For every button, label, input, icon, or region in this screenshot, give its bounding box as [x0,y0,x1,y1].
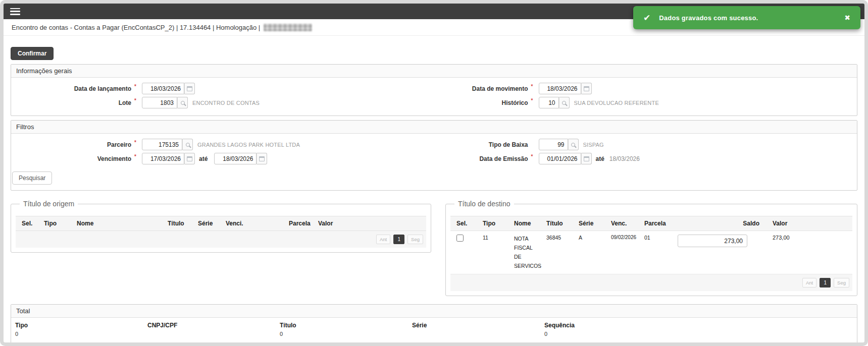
vencimento-from-input[interactable] [142,153,184,164]
total-sequencia-value: 0 [544,331,853,337]
vencimento-to-group [214,153,267,164]
success-toast: ✔ Dados gravados com sucesso. ✖ [633,6,860,29]
vencimento-to-input[interactable] [214,153,257,164]
total-titulo: Título 0 [280,322,412,337]
destination-titulo-cell: 36845 [543,231,576,274]
historico-group [539,97,570,108]
required-marker: * [131,83,139,89]
total-title: Total [11,305,857,318]
data-emissao-group [539,153,592,164]
field-tipo-baixa: Tipo de Baixa SISPAG [434,139,857,150]
close-icon[interactable]: ✖ [844,14,850,22]
destination-col-serie: Série [576,216,608,231]
parceiro-description: GRANDES LAGOS PARK HOTEL LTDA [197,142,300,148]
calendar-icon [187,86,192,91]
origin-page-1-button[interactable]: 1 [393,235,404,244]
origin-prev-page-button[interactable]: Ant [376,235,390,244]
total-tipo-value: 0 [15,331,147,337]
destination-col-parcela: Parcela [641,216,670,231]
destination-venc-cell: 09/02/2026 [608,231,641,274]
calendar-icon [584,86,589,91]
destination-tipo-cell: 11 [480,231,511,274]
origin-next-page-button[interactable]: Seg [407,235,423,244]
origin-title: Título de origem [20,200,78,208]
breadcrumb-text: Encontro de contas - Contas a Pagar (Enc… [12,24,260,31]
total-sequencia: Sequência 0 [544,322,853,337]
origin-col-valor: Valor [315,216,426,231]
lote-group [142,97,188,108]
destination-pagination-row: Ant 1 Seg [450,274,852,292]
destination-col-venc: Venc. [608,216,641,231]
lote-description: ENCONTRO DE CONTAS [192,100,260,106]
form-row: Data de lançamento * Data de movimento * [11,82,857,95]
total-cnpj-cpf-value [147,331,280,337]
data-emissao-input[interactable] [539,153,581,164]
historico-search-button[interactable] [559,97,570,108]
total-titulo-value: 0 [280,331,412,337]
vencimento-from-group [142,153,195,164]
menu-icon[interactable] [10,8,20,15]
vencimento-from-calendar-button[interactable] [184,153,195,164]
field-vencimento: Vencimento * até [11,153,434,164]
destination-next-page-button[interactable]: Seg [834,278,849,287]
total-tipo-label: Tipo [15,322,147,329]
parceiro-search-button[interactable] [182,139,193,150]
destination-col-titulo: Título [543,216,576,231]
confirm-button[interactable]: Confirmar [11,47,54,60]
data-lancamento-calendar-button[interactable] [184,83,195,94]
destination-prev-page-button[interactable]: Ant [802,278,816,287]
destination-col-sel: Sel. [450,216,480,231]
origin-fieldset: Título de origem Sel. Tipo Nome Título S… [11,200,431,253]
lote-search-button[interactable] [177,97,188,108]
menu-bar [10,11,20,12]
tipo-baixa-search-button[interactable] [568,139,579,150]
historico-input[interactable] [539,97,559,108]
search-icon [562,101,566,105]
menu-bar [10,8,20,10]
search-icon [181,101,185,105]
general-info-body: Data de lançamento * Data de movimento * [11,78,857,116]
app-window: ✔ Dados gravados com sucesso. ✖ Encontro… [0,0,868,346]
general-info-title: Informações gerais [11,65,857,78]
total-serie: Série [412,322,544,337]
total-row-1: Tipo 0 CNPJ/CPF Título 0 Série Sequência [11,318,857,339]
data-emissao-until-label: até [596,155,604,162]
origin-col-venci: Venci. [223,216,286,231]
lote-input[interactable] [142,97,177,108]
data-emissao-calendar-button[interactable] [581,153,592,164]
lote-label: Lote [11,99,131,106]
tipo-baixa-input[interactable] [539,139,568,150]
field-data-movimento: Data de movimento * [434,83,857,94]
required-marker: * [528,97,536,103]
field-data-lancamento: Data de lançamento * [11,83,434,94]
destination-page-1-button[interactable]: 1 [820,278,831,287]
filters-body: Parceiro * GRANDES LAGOS PARK HOTEL LTDA… [11,134,857,190]
vencimento-to-calendar-button[interactable] [257,153,267,164]
origin-header-row: Sel. Tipo Nome Título Série Venci. Parce… [16,216,426,231]
data-lancamento-input[interactable] [142,83,184,94]
destination-saldo-input[interactable] [678,235,747,247]
data-movimento-calendar-button[interactable] [581,83,592,94]
origin-col-titulo: Título [165,216,195,231]
main-content: Confirmar Informações gerais Data de lan… [4,36,864,346]
data-lancamento-group [142,83,195,94]
field-parceiro: Parceiro * GRANDES LAGOS PARK HOTEL LTDA [11,139,434,150]
destination-table: Sel. Tipo Nome Título Série Venc. Parcel… [450,216,852,291]
origin-pagination: Ant 1 Seg [16,231,426,248]
search-button[interactable]: Pesquisar [12,171,52,185]
destination-pagination: Ant 1 Seg [450,274,852,292]
total-tipo: Tipo 0 [15,322,147,337]
parceiro-input[interactable] [142,139,182,150]
destination-valor-cell: 273,00 [765,231,852,274]
destination-title: Título de destino [454,200,514,208]
origin-col-sel: Sel. [16,216,41,231]
origin-col-parcela: Parcela [286,216,315,231]
total-cnpj-cpf: CNPJ/CPF [147,322,280,337]
data-movimento-input[interactable] [539,83,581,94]
destination-serie-cell: A [576,231,608,274]
required-marker: * [131,97,139,103]
success-check-icon: ✔ [643,13,650,23]
destination-row-checkbox[interactable] [456,235,464,242]
total-sequencia-label: Sequência [544,322,853,329]
origin-col-nome: Nome [74,216,165,231]
